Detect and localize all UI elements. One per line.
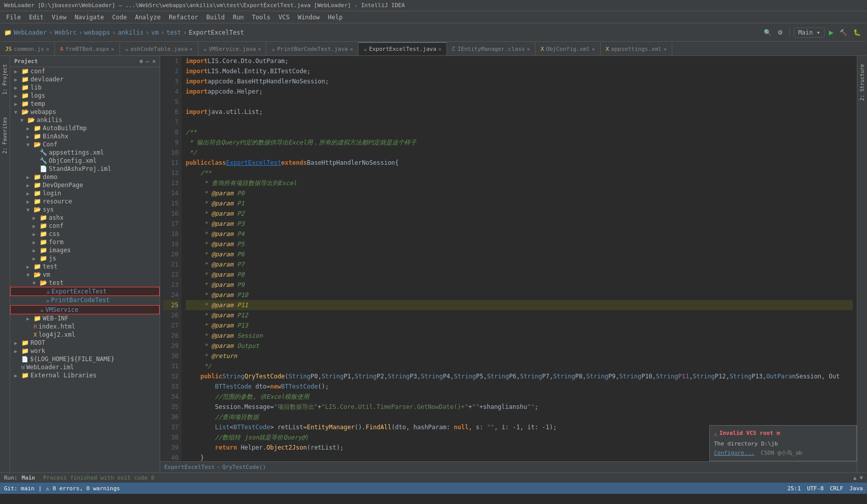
tree-item-devopenpage[interactable]: ▶ 📁 DevOpenPage (10, 181, 160, 189)
tree-item-webinf[interactable]: ▶ 📁 WEB-INF (10, 314, 160, 322)
breadcrumb-test[interactable]: test (166, 29, 181, 36)
tree-item-standashxproj[interactable]: ▶ 📄 StandAshxProj.iml (10, 165, 160, 173)
tree-item-test-vm[interactable]: ▼ 📂 test (10, 279, 160, 287)
toolbar-settings-btn[interactable]: ⚙ (775, 28, 785, 37)
favorites-tab[interactable]: 2: Favorites (1, 113, 9, 158)
tab-close-ashcodetable[interactable]: ✕ (190, 46, 193, 52)
toolbar-search-btn[interactable]: 🔍 (762, 28, 773, 37)
run-btn[interactable]: ▶ (827, 28, 835, 37)
tree-item-work[interactable]: ▶ 📁 work (10, 347, 160, 355)
run-config-selector[interactable]: Main ▾ (794, 27, 825, 38)
project-close-icon[interactable]: ✕ (152, 58, 156, 65)
tree-item-objconfig-xml[interactable]: ▶ 🔧 ObjConfig.xml (10, 157, 160, 165)
tree-item-js[interactable]: ▶ 📁 js (10, 254, 160, 262)
menu-edit[interactable]: Edit (25, 13, 48, 22)
menu-vcs[interactable]: VCS (275, 13, 294, 22)
tree-item-webapps[interactable]: ▼ 📂 webapps (10, 108, 160, 116)
tree-item-temp[interactable]: ▶ 📁 temp (10, 100, 160, 108)
run-scroll-up[interactable]: ▲ (853, 475, 857, 481)
menu-code[interactable]: Code (108, 13, 131, 22)
tree-item-devloader[interactable]: ▶ 📁 devloader (10, 75, 160, 83)
tree-item-form[interactable]: ▶ 📁 form (10, 238, 160, 246)
breadcrumb-file[interactable]: ExportExcelTest (189, 29, 244, 36)
menu-view[interactable]: View (48, 13, 71, 22)
menu-file[interactable]: File (2, 13, 25, 22)
menu-help[interactable]: Help (324, 13, 347, 22)
tree-item-demo[interactable]: ▶ 📁 demo (10, 173, 160, 181)
notification-configure-link[interactable]: Configure... (714, 450, 754, 456)
tab-ashcodetable[interactable]: ☕ ashCodeTable.java ✕ (120, 42, 198, 55)
tree-item-log4j2xml[interactable]: ▶ X log4j2.xml (10, 331, 160, 339)
tree-item-logfile[interactable]: ▶ 📄 ${LOG_HOME}${FILE_NAME} (10, 355, 160, 363)
tab-exportexcel[interactable]: ☕ ExportExcelTest.java ✕ (358, 42, 447, 55)
tab-frmbted[interactable]: A frmBTBed.aspx ✕ (55, 42, 120, 55)
menu-tools[interactable]: Tools (248, 13, 275, 22)
tree-item-root[interactable]: ▶ 📁 ROOT (10, 339, 160, 347)
tab-objconfig[interactable]: X ObjConfig.xml ✕ (535, 42, 601, 55)
tab-ientitymanager[interactable]: C IEntityManager.class ✕ (447, 42, 535, 55)
tree-item-appsettings-xml[interactable]: ▶ 🔧 appsettings.xml (10, 149, 160, 157)
tree-item-extlibs[interactable]: ▶ 📁 External Libraries (10, 371, 160, 379)
tree-item-conf[interactable]: ▶ 📁 conf (10, 67, 160, 75)
tree-item-images[interactable]: ▶ 📁 images (10, 246, 160, 254)
status-problems[interactable]: ⚠ 0 errors, 0 warnings (46, 485, 120, 492)
tab-close-vmservice[interactable]: ✕ (258, 46, 261, 52)
tab-close-exportexcel[interactable]: ✕ (438, 46, 441, 52)
tab-printbarcode[interactable]: ☕ PrintBarCodeTest.java ✕ (266, 42, 358, 55)
project-panel-tab[interactable]: 1: Project (1, 60, 9, 99)
status-line-sep[interactable]: CRLF (830, 485, 844, 492)
breadcrumb-exportexceltest[interactable]: ExportExcelTest (164, 464, 215, 470)
tree-item-test[interactable]: ▶ 📁 test (10, 262, 160, 271)
menu-run[interactable]: Run (229, 13, 248, 22)
tree-item-css[interactable]: ▶ 📁 css (10, 230, 160, 238)
tree-item-conf-sys[interactable]: ▶ 📁 conf (10, 222, 160, 230)
debug-btn[interactable]: 🐛 (851, 28, 863, 37)
breadcrumb-webapps[interactable]: webapps (84, 29, 110, 36)
tab-close-printbarcode[interactable]: ✕ (350, 46, 353, 52)
menu-analyze[interactable]: Analyze (131, 13, 165, 22)
menu-window[interactable]: Window (293, 13, 323, 22)
breadcrumb-qrytestcode[interactable]: QryTestCode() (222, 464, 266, 470)
menu-navigate[interactable]: Navigate (71, 13, 108, 22)
tab-vmservice[interactable]: ☕ VMService.java ✕ (198, 42, 266, 55)
tree-item-confdir[interactable]: ▼ 📂 Conf (10, 140, 160, 149)
tree-item-indexhtml[interactable]: ▶ H index.html (10, 322, 160, 331)
menu-refactor[interactable]: Refactor (165, 13, 202, 22)
tab-close-appsettings[interactable]: ✕ (664, 46, 667, 52)
tree-item-binashx[interactable]: ▶ 📁 BinAshx (10, 132, 160, 140)
tree-item-lib[interactable]: ▶ 📁 lib (10, 83, 160, 92)
tab-close-common-js[interactable]: ✕ (46, 46, 49, 52)
run-scroll-down[interactable]: ▼ (859, 475, 863, 481)
tree-item-printbarcodetest[interactable]: ▶ ☕ PrintBarCodeTest (10, 296, 160, 304)
menu-build[interactable]: Build (202, 13, 229, 22)
tree-item-resource[interactable]: ▶ 📁 resource (10, 197, 160, 205)
tree-item-logs[interactable]: ▶ 📁 logs (10, 92, 160, 100)
tree-item-autobuildtmp[interactable]: ▶ 📁 AutoBuildTmp (10, 124, 160, 132)
tree-item-vm[interactable]: ▼ 📂 vm (10, 271, 160, 279)
code-container[interactable]: 1 2 3 4 5 6 7 8 9 10 11 12 13 14 15 16 1… (160, 56, 857, 461)
breadcrumb-webloader[interactable]: WebLoader (14, 29, 47, 36)
code-area[interactable]: import LIS.Core.Dto.OutParam; import LIS… (182, 56, 857, 461)
tree-item-ashx[interactable]: ▶ 📁 ashx (10, 214, 160, 222)
tab-close-objconfig[interactable]: ✕ (592, 46, 595, 52)
tree-item-webloaderiml[interactable]: ▶ W WebLoader.iml (10, 363, 160, 371)
status-encoding[interactable]: UTF-8 (807, 485, 824, 492)
status-filetype[interactable]: Java (850, 485, 863, 492)
tab-appsettings[interactable]: X appsettings.xml ✕ (601, 42, 672, 55)
tree-item-ankilis[interactable]: ▼ 📂 ankilis (10, 116, 160, 124)
status-vcs[interactable]: Git: main (4, 485, 35, 492)
build-btn[interactable]: 🔨 (838, 28, 849, 37)
project-collapse-icon[interactable]: – (146, 58, 150, 65)
tree-item-sys[interactable]: ▼ 📂 sys (10, 205, 160, 214)
breadcrumb-websrc[interactable]: WebSrc (54, 29, 76, 36)
tab-common-js[interactable]: JS common.js ✕ (0, 42, 55, 55)
structure-tab[interactable]: 2: Structure (858, 60, 866, 105)
run-tab[interactable]: Run: (4, 475, 18, 481)
tree-item-exportexceltest[interactable]: ▶ ☕ ExportExcelTest (10, 287, 160, 296)
tab-close-frmbted[interactable]: ✕ (111, 46, 114, 52)
tab-close-ientitymanager[interactable]: ✕ (527, 46, 530, 52)
project-settings-icon[interactable]: ⚙ (139, 58, 143, 65)
breadcrumb-ankilis[interactable]: ankilis (118, 29, 144, 36)
breadcrumb-vm[interactable]: vm (151, 29, 158, 36)
tree-item-login[interactable]: ▶ 📁 login (10, 189, 160, 197)
